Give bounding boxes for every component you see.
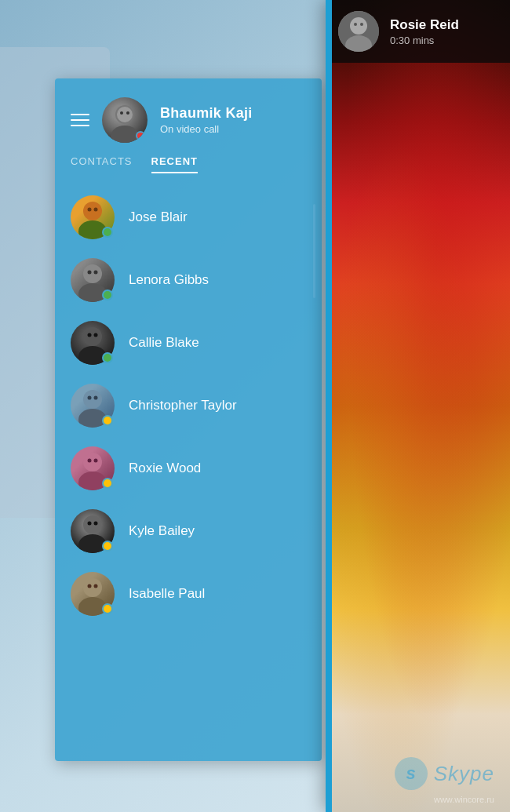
status-dot [102, 603, 113, 614]
contact-name: Kyle Bailey [129, 523, 195, 539]
skype-icon: s [395, 757, 428, 790]
svg-point-28 [88, 459, 92, 463]
svg-point-19 [94, 333, 98, 337]
contact-name: Isabelle Paul [129, 586, 205, 602]
contact-name: Callie Blake [129, 335, 199, 351]
svg-point-43 [354, 23, 357, 26]
svg-point-24 [94, 396, 98, 400]
svg-point-3 [120, 111, 123, 115]
list-item[interactable]: Callie Blake [55, 311, 322, 374]
svg-point-44 [360, 23, 363, 26]
contact-name: Jose Blair [129, 209, 188, 225]
list-item[interactable]: Isabelle Paul [55, 563, 322, 625]
status-dot [102, 478, 113, 489]
svg-point-26 [83, 453, 102, 472]
svg-point-41 [350, 17, 367, 35]
svg-point-39 [94, 584, 98, 588]
skype-logo: s Skype [395, 757, 494, 790]
list-item[interactable]: Kyle Bailey [55, 500, 322, 563]
contact-name: Christopher Taylor [129, 398, 237, 413]
list-item[interactable]: Roxie Wood [55, 437, 322, 500]
contact-avatar [71, 572, 115, 616]
skype-letter: s [406, 763, 416, 784]
svg-point-9 [94, 208, 98, 212]
svg-point-23 [88, 396, 92, 400]
status-dot [102, 227, 113, 238]
caller-avatar [338, 11, 379, 52]
status-dot [102, 352, 113, 363]
list-item[interactable]: Jose Blair [55, 186, 322, 249]
svg-point-2 [117, 107, 133, 122]
call-header: Rosie Reid 0:30 mins [326, 0, 510, 63]
svg-point-38 [88, 584, 92, 588]
svg-point-21 [83, 390, 102, 409]
contact-avatar [71, 509, 115, 553]
list-item[interactable]: Lenora Gibbs [55, 249, 322, 311]
contact-avatar [71, 258, 115, 302]
panel-header: Bhaumik Kaji On video call [55, 78, 322, 155]
status-indicator [136, 131, 145, 140]
menu-button[interactable] [71, 114, 89, 126]
header-info: Bhaumik Kaji On video call [160, 105, 306, 135]
svg-point-8 [88, 208, 92, 212]
contact-avatar [71, 446, 115, 490]
svg-point-14 [94, 271, 98, 275]
svg-point-18 [88, 333, 92, 337]
caller-name: Rosie Reid [390, 17, 459, 33]
tab-bar: CONTACTS RECENT [55, 155, 322, 173]
contact-avatar [71, 195, 115, 239]
svg-point-36 [83, 578, 102, 597]
call-duration: 0:30 mins [390, 35, 459, 46]
current-user-avatar [102, 97, 148, 143]
contact-name: Lenora Gibbs [129, 272, 209, 288]
svg-point-31 [83, 515, 102, 534]
list-item[interactable]: Christopher Taylor [55, 374, 322, 437]
status-dot [102, 289, 113, 300]
svg-point-11 [83, 264, 102, 283]
skype-wordmark: Skype [434, 762, 494, 786]
scroll-indicator [313, 204, 315, 298]
call-texture-overlay [326, 0, 510, 812]
contact-avatar [71, 321, 115, 365]
active-call-panel: Rosie Reid 0:30 mins s Skype [326, 0, 510, 812]
svg-point-34 [94, 522, 98, 526]
tab-contacts[interactable]: CONTACTS [71, 155, 133, 173]
contact-name: Roxie Wood [129, 461, 201, 476]
svg-point-1 [111, 126, 139, 143]
svg-point-13 [88, 271, 92, 275]
svg-point-33 [88, 522, 92, 526]
contact-avatar [71, 384, 115, 428]
user-name: Bhaumik Kaji [160, 105, 306, 122]
contact-list: Jose Blair Lenora Gibbs [55, 180, 322, 632]
svg-point-4 [126, 111, 129, 115]
svg-point-16 [83, 327, 102, 346]
status-dot [102, 541, 113, 552]
watermark: www.wincore.ru [434, 795, 494, 804]
svg-point-6 [83, 202, 102, 220]
contacts-panel: Bhaumik Kaji On video call CONTACTS RECE… [55, 78, 322, 761]
caller-avatar-svg [338, 11, 379, 52]
tab-recent[interactable]: RECENT [151, 155, 198, 173]
user-status: On video call [160, 123, 306, 135]
svg-point-29 [94, 459, 98, 463]
caller-info: Rosie Reid 0:30 mins [390, 17, 459, 46]
status-dot [102, 415, 113, 426]
accent-strip [326, 0, 332, 812]
